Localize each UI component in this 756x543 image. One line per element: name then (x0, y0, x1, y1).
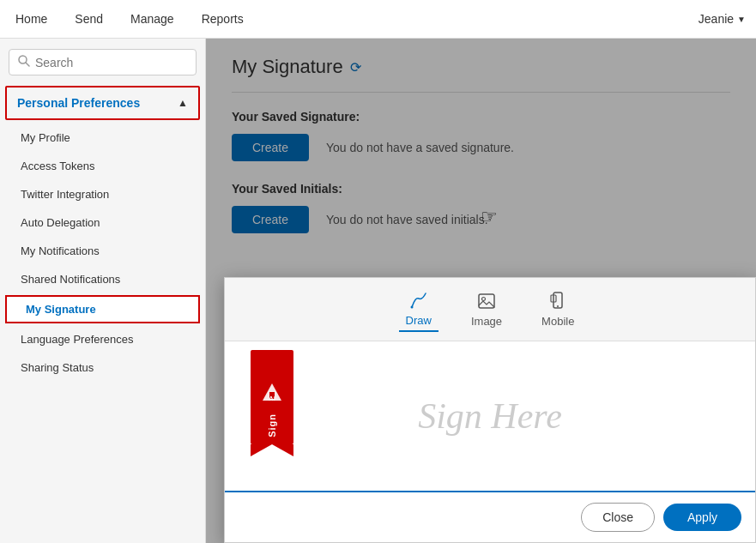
sidebar-item-my-notifications[interactable]: My Notifications (0, 237, 205, 265)
apply-button[interactable]: Apply (663, 504, 741, 531)
mobile-icon (547, 291, 568, 311)
nav-items: Home Send Manage Reports (10, 9, 249, 29)
layout: Personal Preferences ▲ My Profile Access… (0, 39, 756, 543)
flag-sign-label: Sign (267, 413, 277, 437)
modal-toolbar: Draw Image (225, 278, 755, 341)
sign-here-placeholder: Sign Here (418, 395, 562, 437)
svg-text:Ai: Ai (269, 395, 275, 402)
tab-mobile[interactable]: Mobile (535, 287, 581, 331)
svg-point-4 (482, 298, 486, 301)
top-nav: Home Send Manage Reports Jeanie ▼ (0, 0, 756, 39)
tab-image-label: Image (471, 315, 502, 328)
sidebar-item-my-signature[interactable]: My Signature (5, 295, 200, 323)
personal-preferences-section: Personal Preferences ▲ (5, 86, 200, 120)
nav-home[interactable]: Home (10, 9, 52, 29)
tab-draw-label: Draw (406, 314, 432, 327)
draw-icon (408, 290, 429, 311)
nav-manage[interactable]: Manage (125, 9, 179, 29)
tab-image[interactable]: Image (464, 287, 509, 331)
tab-draw[interactable]: Draw (399, 287, 438, 332)
svg-line-1 (26, 63, 29, 66)
modal-body[interactable]: Ai Sign Sign Here (225, 341, 755, 492)
sidebar-item-language-preferences[interactable]: Language Preferences (0, 325, 205, 353)
sidebar: Personal Preferences ▲ My Profile Access… (0, 39, 206, 543)
svg-rect-3 (479, 294, 494, 308)
tab-mobile-label: Mobile (541, 315, 574, 328)
chevron-up-icon: ▲ (178, 97, 188, 109)
sidebar-item-shared-notifications[interactable]: Shared Notifications (0, 265, 205, 293)
sidebar-item-sharing-status[interactable]: Sharing Status (0, 353, 205, 382)
sign-flag: Ai Sign (251, 350, 293, 444)
personal-preferences-label: Personal Preferences (17, 96, 140, 110)
user-menu-arrow: ▼ (737, 15, 746, 24)
user-menu[interactable]: Jeanie ▼ (699, 12, 746, 26)
close-button[interactable]: Close (581, 503, 655, 532)
image-icon (476, 291, 497, 311)
svg-point-7 (557, 305, 559, 307)
sidebar-item-my-profile[interactable]: My Profile (0, 124, 205, 152)
search-box[interactable] (9, 49, 197, 75)
search-icon (18, 55, 30, 69)
sidebar-item-access-tokens[interactable]: Access Tokens (0, 152, 205, 180)
main-content: My Signature ⟳ Your Saved Signature: Cre… (206, 39, 756, 543)
search-input[interactable] (35, 56, 187, 69)
nav-send[interactable]: Send (70, 9, 108, 29)
svg-point-2 (410, 306, 413, 309)
sidebar-item-twitter-integration[interactable]: Twitter Integration (0, 180, 205, 208)
sidebar-item-auto-delegation[interactable]: Auto Delegation (0, 208, 205, 237)
nav-reports[interactable]: Reports (197, 9, 249, 29)
modal-overlay: Draw Image (206, 39, 756, 543)
signature-modal: Draw Image (224, 277, 756, 543)
modal-footer: Close Apply (225, 492, 755, 542)
personal-preferences-header[interactable]: Personal Preferences ▲ (7, 87, 198, 118)
user-name: Jeanie (699, 12, 734, 26)
adobe-icon: Ai (261, 382, 283, 410)
